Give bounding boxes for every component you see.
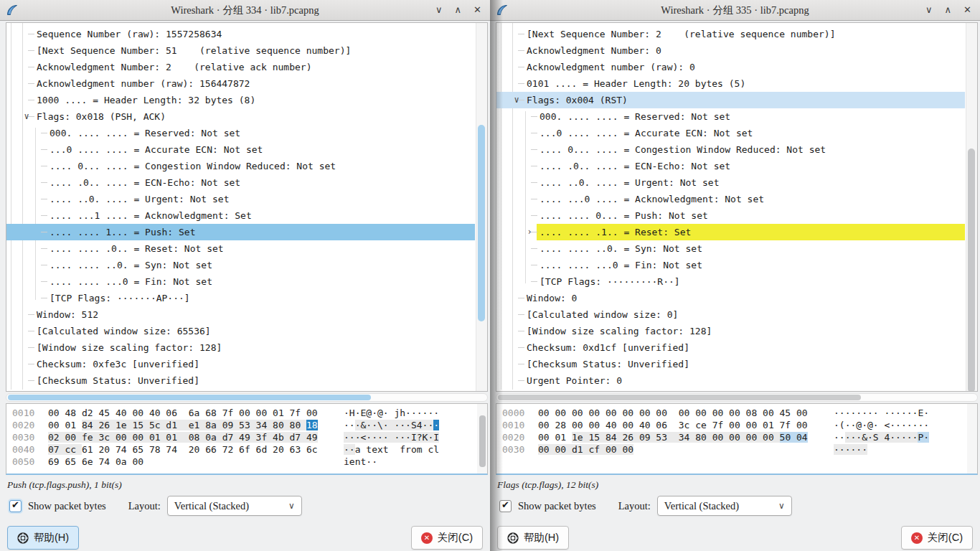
tree-horizontal-scrollbar[interactable] bbox=[6, 393, 488, 402]
tree-row[interactable]: 000. .... .... = Reserved: Not set bbox=[496, 108, 965, 125]
close-button[interactable]: ✕ 关闭(C) bbox=[411, 526, 483, 550]
close-window-button[interactable]: ✕ bbox=[963, 4, 971, 17]
tree-row[interactable]: Window: 512 bbox=[6, 306, 475, 323]
tree-row[interactable]: Acknowledgment number (raw): 0 bbox=[496, 59, 965, 75]
tree-row[interactable]: .... .... ...0 = Fin: Not set bbox=[496, 257, 965, 273]
tree-row[interactable]: .... .... ..0. = Syn: Not set bbox=[496, 240, 965, 257]
tree-row[interactable]: .... ..0. .... = Urgent: Not set bbox=[6, 191, 475, 207]
tree-row[interactable]: ...0 .... .... = Accurate ECN: Not set bbox=[6, 141, 475, 158]
tree-row[interactable]: [Next Sequence Number: 2 (relative seque… bbox=[496, 26, 965, 42]
hex-ascii[interactable]: ·H·E@·@· jh······ bbox=[344, 407, 439, 419]
packet-detail-tree[interactable]: [Next Sequence Number: 2 (relative seque… bbox=[496, 22, 978, 392]
show-packet-bytes-checkbox[interactable]: ✔ bbox=[499, 500, 512, 512]
tree-row[interactable]: [Next Sequence Number: 51 (relative sequ… bbox=[6, 42, 475, 59]
hex-vertical-scrollbar[interactable] bbox=[477, 404, 487, 474]
tree-row[interactable]: .... ...0 .... = Acknowledgment: Not set bbox=[496, 191, 965, 207]
hex-row[interactable]: 003000 00 d1 cf 00 00······ bbox=[502, 443, 977, 456]
tree-row[interactable]: .... .... .0.. = Reset: Not set bbox=[6, 240, 475, 257]
tree-row[interactable]: .... .... 0... = Push: Not set bbox=[496, 207, 965, 224]
collapse-arrow-icon[interactable]: ∨ bbox=[21, 108, 32, 125]
hex-row[interactable]: 002000 01 1e 15 84 26 09 53 34 80 00 00 … bbox=[502, 431, 977, 443]
hex-row[interactable]: 001000 48 d2 45 40 00 40 06 6a 68 7f 00 … bbox=[12, 407, 487, 419]
tree-hscrollbar-thumb[interactable] bbox=[8, 395, 371, 400]
shade-window-button[interactable]: ∨ bbox=[435, 4, 443, 17]
tree-row[interactable]: 0101 .... = Header Length: 20 bytes (5) bbox=[496, 75, 965, 92]
hex-ascii[interactable]: ·(··@·@· <······· bbox=[834, 419, 929, 431]
unshade-window-button[interactable]: ∧ bbox=[455, 4, 462, 17]
expand-arrow-icon[interactable]: › bbox=[524, 224, 535, 240]
hex-row[interactable]: 003002 00 fe 3c 00 00 01 01 08 0a d7 49 … bbox=[12, 431, 487, 443]
tree-row[interactable]: [Checksum Status: Unverified] bbox=[496, 356, 965, 372]
packet-detail-tree[interactable]: Sequence Number (raw): 1557258634[Next S… bbox=[6, 22, 488, 392]
tree-row[interactable]: ∨Flags: 0x018 (PSH, ACK) bbox=[6, 108, 475, 125]
tree-row[interactable]: .... .0.. .... = ECN-Echo: Not set bbox=[496, 158, 965, 174]
close-window-button[interactable]: ✕ bbox=[473, 4, 481, 17]
tree-scrollbar-thumb[interactable] bbox=[968, 149, 975, 392]
packet-bytes-pane[interactable]: 000000 00 00 00 00 00 00 00 00 00 00 00 … bbox=[496, 403, 978, 475]
hex-bytes[interactable]: 00 28 00 00 40 00 40 06 3c ce 7f 00 00 0… bbox=[538, 419, 819, 431]
shade-window-button[interactable]: ∨ bbox=[925, 4, 933, 17]
hex-bytes[interactable]: 07 cc 61 20 74 65 78 74 20 66 72 6f 6d 2… bbox=[48, 443, 329, 456]
tree-row[interactable]: Acknowledgment Number: 0 bbox=[496, 42, 965, 59]
help-button[interactable]: 帮助(H) bbox=[7, 526, 79, 550]
tree-horizontal-scrollbar[interactable] bbox=[496, 393, 978, 402]
hex-vertical-scrollbar[interactable] bbox=[967, 404, 977, 474]
titlebar[interactable]: Wireshark · 分组 335 · lib7.pcapng ∨ ∧ ✕ bbox=[490, 0, 980, 21]
titlebar[interactable]: Wireshark · 分组 334 · lib7.pcapng ∨ ∧ ✕ bbox=[0, 0, 490, 21]
hex-ascii[interactable]: ···&··\· ···S4··· bbox=[344, 419, 439, 431]
hex-bytes[interactable]: 00 00 00 00 00 00 00 00 00 00 00 00 08 0… bbox=[538, 407, 819, 419]
packet-bytes-pane[interactable]: 001000 48 d2 45 40 00 40 06 6a 68 7f 00 … bbox=[6, 403, 488, 475]
hex-ascii[interactable]: ··a text from cl bbox=[344, 443, 439, 456]
tree-row[interactable]: [TCP Flags: ·······AP···] bbox=[6, 290, 475, 306]
hex-row[interactable]: 000000 00 00 00 00 00 00 00 00 00 00 00 … bbox=[502, 407, 977, 419]
show-packet-bytes-checkbox[interactable]: ✔ bbox=[9, 500, 22, 512]
hex-bytes[interactable]: 69 65 6e 74 0a 00 bbox=[48, 456, 329, 468]
tree-hscrollbar-thumb[interactable] bbox=[498, 395, 861, 400]
tree-row[interactable]: .... .0.. .... = ECN-Echo: Not set bbox=[6, 174, 475, 191]
tree-row[interactable]: Checksum: 0xd1cf [unverified] bbox=[496, 339, 965, 356]
tree-row[interactable]: Acknowledgment number (raw): 156447872 bbox=[6, 75, 475, 92]
hex-ascii[interactable]: ······ bbox=[834, 443, 867, 456]
tree-row[interactable]: [Checksum Status: Unverified] bbox=[6, 372, 475, 389]
hex-row[interactable]: 002000 01 84 26 1e 15 5c d1 e1 8a 09 53 … bbox=[12, 419, 487, 431]
tree-row[interactable]: ∨Flags: 0x004 (RST) bbox=[496, 92, 965, 108]
unshade-window-button[interactable]: ∧ bbox=[945, 4, 952, 17]
hex-scrollbar-thumb[interactable] bbox=[479, 415, 486, 467]
tree-row[interactable]: [Calculated window size: 0] bbox=[496, 306, 965, 323]
tree-row[interactable]: .... 0... .... = Congestion Window Reduc… bbox=[6, 158, 475, 174]
collapse-arrow-icon[interactable]: ∨ bbox=[511, 92, 522, 108]
hex-bytes[interactable]: 00 01 1e 15 84 26 09 53 34 80 00 00 00 0… bbox=[538, 431, 819, 443]
hex-bytes[interactable]: 00 00 d1 cf 00 00 bbox=[538, 443, 819, 456]
tree-row[interactable]: .... 0... .... = Congestion Window Reduc… bbox=[496, 141, 965, 158]
tree-row[interactable]: ...0 .... .... = Accurate ECN: Not set bbox=[496, 125, 965, 141]
close-button[interactable]: ✕ 关闭(C) bbox=[901, 526, 973, 550]
hex-row[interactable]: 004007 cc 61 20 74 65 78 74 20 66 72 6f … bbox=[12, 443, 487, 456]
tree-row[interactable]: Checksum: 0xfe3c [unverified] bbox=[6, 356, 475, 372]
tree-row[interactable]: .... .... ...0 = Fin: Not set bbox=[6, 273, 475, 290]
hex-row[interactable]: 001000 28 00 00 40 00 40 06 3c ce 7f 00 … bbox=[502, 419, 977, 431]
tree-row[interactable]: .... ..0. .... = Urgent: Not set bbox=[496, 174, 965, 191]
tree-row[interactable]: [Window size scaling factor: 128] bbox=[6, 339, 475, 356]
tree-row[interactable]: [Calculated window size: 65536] bbox=[6, 323, 475, 339]
hex-row[interactable]: 005069 65 6e 74 0a 00ient·· bbox=[12, 456, 487, 468]
tree-vertical-scrollbar[interactable] bbox=[476, 23, 487, 391]
tree-row[interactable]: [Window size scaling factor: 128] bbox=[496, 323, 965, 339]
tree-scrollbar-thumb[interactable] bbox=[478, 125, 485, 321]
tree-row[interactable]: Acknowledgment Number: 2 (relative ack n… bbox=[6, 59, 475, 75]
tree-row[interactable]: 1000 .... = Header Length: 32 bytes (8) bbox=[6, 92, 475, 108]
hex-ascii[interactable]: ········ ······E· bbox=[834, 407, 929, 419]
hex-bytes[interactable]: 00 48 d2 45 40 00 40 06 6a 68 7f 00 00 0… bbox=[48, 407, 329, 419]
hex-ascii[interactable]: ···<···· ···I?K·I bbox=[344, 431, 439, 443]
layout-select[interactable]: Vertical (Stacked) ∨ bbox=[657, 496, 792, 516]
tree-row[interactable]: Urgent Pointer: 0 bbox=[496, 372, 965, 389]
tree-row[interactable]: 000. .... .... = Reserved: Not set bbox=[6, 125, 475, 141]
tree-row[interactable]: .... ...1 .... = Acknowledgment: Set bbox=[6, 207, 475, 224]
tree-vertical-scrollbar[interactable] bbox=[966, 23, 977, 391]
hex-bytes[interactable]: 00 01 84 26 1e 15 5c d1 e1 8a 09 53 34 8… bbox=[48, 419, 329, 431]
help-button[interactable]: 帮助(H) bbox=[497, 526, 569, 550]
hex-bytes[interactable]: 02 00 fe 3c 00 00 01 01 08 0a d7 49 3f 4… bbox=[48, 431, 329, 443]
tree-row[interactable]: .... .... ..0. = Syn: Not set bbox=[6, 257, 475, 273]
tree-row[interactable]: Sequence Number (raw): 1557258634 bbox=[6, 26, 475, 42]
tree-row[interactable]: .... .... 1... = Push: Set bbox=[6, 224, 475, 240]
tree-row[interactable]: [TCP Flags: ·········R··] bbox=[496, 273, 965, 290]
